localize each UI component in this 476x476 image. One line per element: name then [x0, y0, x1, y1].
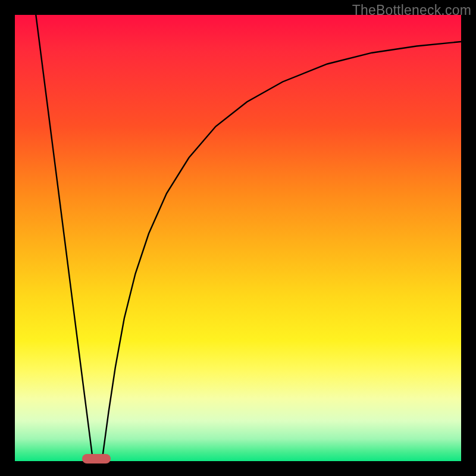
curve-left-branch — [36, 15, 93, 461]
curve-right-branch — [102, 42, 461, 461]
watermark-text: TheBottleneck.com — [352, 2, 471, 18]
bottleneck-marker — [82, 454, 111, 464]
curve-layer — [15, 15, 461, 461]
chart-frame: TheBottleneck.com — [0, 0, 476, 476]
plot-area — [15, 15, 461, 461]
